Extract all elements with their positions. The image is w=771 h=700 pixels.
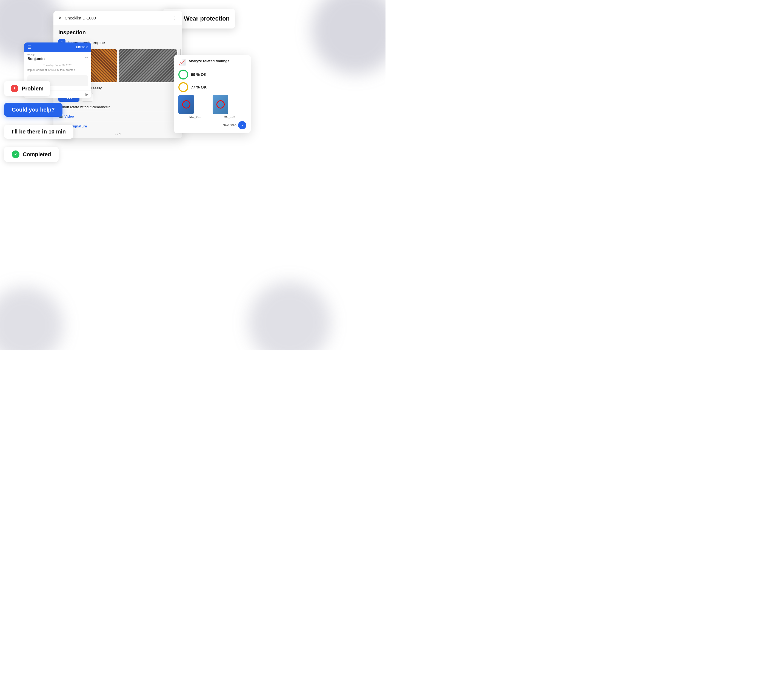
next-step-button[interactable]: › [238,121,246,129]
problem-icon: ! [11,85,18,92]
chat-event: impleu Admin at 12:06 PM task created [24,68,91,74]
analyze-header: 📈 Analyze related findings [178,59,246,66]
question2: e shaft rotate without clearance? [59,105,177,109]
chat-panel-header: ☰ EDITOR [24,42,91,52]
bubble-problem: ! Problem [4,81,50,96]
bubble-completed: ✓ Completed [4,147,59,162]
bubble-help: Could you help? [4,103,62,117]
chat-task-row: TASK: Benjamin ✏ [24,52,91,62]
section-heading: Inspection [59,29,177,36]
stat1-text: 99 % OK [191,72,207,77]
analyze-img-wrap-1: IMG_101 [178,95,211,119]
next-step-label: Next step [223,123,236,127]
video-label[interactable]: Video [64,114,74,119]
next-step-row: Next step › [178,121,246,129]
send-icon[interactable]: ▶ [86,92,88,96]
stat-row-1: 99 % OK [178,70,246,80]
completed-label: Completed [23,151,51,158]
engine-gears-image [119,49,177,82]
completed-check-icon: ✓ [12,150,20,158]
analyze-images: IMG_101 IMG_102 [178,95,246,119]
waiting-label: I'll be there in 10 min [12,129,66,135]
chart-icon: 📈 [178,59,186,66]
checklist-header: ✕ Checklist D-1000 ⋮ [54,11,182,25]
checklist-header-left: ✕ Checklist D-1000 [59,15,96,21]
stat-row-2: 77 % OK [178,82,246,92]
problem-label: Problem [22,86,44,92]
editor-badge: EDITOR [76,46,88,49]
more-options-icon[interactable]: ⋮ [172,15,177,21]
chat-name: Benjamin [28,57,45,61]
wear-protection-label: Wear protection [184,15,229,22]
analyze-img-2 [213,95,228,114]
analyze-card: 📈 Analyze related findings 99 % OK 77 % … [174,55,251,133]
checklist-title: Checklist D-1000 [65,16,96,20]
close-icon[interactable]: ✕ [59,15,62,21]
img2-label: IMG_102 [213,115,245,119]
blob-top-right [312,0,386,74]
help-label: Could you help? [12,107,55,112]
stat-circle-yellow [178,82,188,92]
chat-header-left: ☰ [28,45,31,50]
analyze-img-wrap-2: IMG_102 [213,95,245,119]
hamburger-icon[interactable]: ☰ [28,45,31,50]
video-row: 📹 Video [59,112,177,119]
task-small-label: TASK: [28,54,45,57]
img2-overlay [216,100,224,109]
stat2-text: 77 % OK [191,85,207,90]
img1-label: IMG_101 [178,115,211,119]
edit-icon[interactable]: ✏ [85,55,88,59]
analyze-title: Analyze related findings [189,59,229,63]
img1-overlay [182,100,190,109]
bubble-waiting: I'll be there in 10 min [4,125,73,139]
stat-circle-green [178,70,188,80]
page-indicator: 1 / 4 [59,132,177,138]
task-info: TASK: Benjamin [28,54,45,61]
signature-row[interactable]: ✒ Add signature [59,122,177,130]
blob-bottom-left [0,287,63,350]
blob-bottom-right [249,282,331,350]
analyze-img-1 [178,95,194,114]
chat-date: Tuesday, June 30, 2020 [24,62,91,68]
